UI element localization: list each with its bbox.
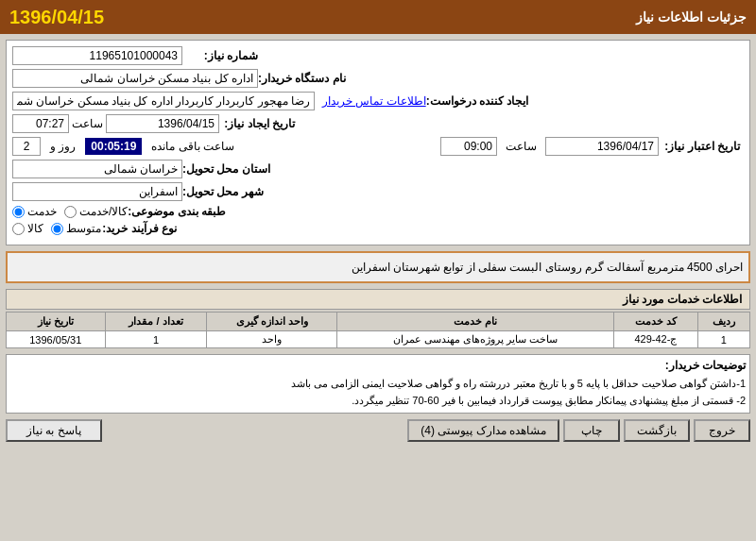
expiry-date-input	[545, 137, 659, 156]
exit-button[interactable]: خروج	[694, 419, 750, 442]
notes-line1: 1-داشتن گواهی صلاحیت حداقل با پایه 5 و ب…	[10, 376, 746, 393]
cell-service_code: ج-42-429	[614, 331, 698, 348]
category-goods-item: کالا/خدمت	[64, 205, 128, 218]
timer-display: 00:05:19	[85, 138, 142, 155]
print-button[interactable]: چاپ	[563, 419, 620, 442]
page-title: جزئیات اطلاعات نیاز	[636, 9, 747, 25]
creation-date-label: تاریخ ایجاد نیاز:	[219, 117, 295, 130]
category-label: طبقه بندی موضوعی:	[128, 205, 226, 218]
cell-count: 1	[105, 331, 207, 348]
process-radio-group: متوسط کالا	[12, 222, 101, 235]
creator-label: ایجاد کننده درخواست:	[426, 94, 529, 108]
city-input	[12, 182, 182, 201]
view-attachments-button[interactable]: مشاهده مدارک پیوستی (4)	[407, 419, 559, 442]
expiry-time-input	[440, 137, 497, 156]
creation-date-input	[106, 114, 219, 133]
cell-service_name: ساخت سایر پروژه‌های مهندسی عمران	[337, 331, 614, 348]
need-number-label: شماره نیاز:	[182, 49, 258, 62]
province-input	[12, 160, 182, 178]
reply-button[interactable]: پاسخ به نیاز	[6, 419, 102, 442]
services-table: ردیف کد خدمت نام خدمت واحد اندازه گیری ت…	[6, 312, 750, 348]
cell-row: 1	[697, 331, 749, 348]
notes-box: توضیحات خریدار: 1-داشتن گواهی صلاحیت حدا…	[6, 354, 750, 414]
timer-suffix: ساعت باقی مانده	[151, 140, 234, 153]
timer-days-input	[12, 137, 41, 156]
requester-input	[12, 69, 258, 88]
col-row: ردیف	[697, 313, 749, 331]
col-need-date: تاریخ نیاز	[7, 313, 106, 331]
process-label: نوع فرآیند خرید:	[101, 222, 177, 235]
process-medium-radio[interactable]	[51, 223, 63, 235]
category-goods-label: کالا/خدمت	[79, 205, 128, 218]
description-box: احرای 4500 مترمربع آسفالت گرم روستای الب…	[6, 251, 750, 283]
need-number-input	[12, 46, 182, 65]
category-radio-group: کالا/خدمت خدمت	[12, 205, 128, 218]
description-text: احرای 4500 مترمربع آسفالت گرم روستای الب…	[352, 261, 743, 274]
col-count: تعداد / مقدار	[105, 313, 207, 331]
col-service-code: کد خدمت	[614, 313, 698, 331]
requester-label: نام دستگاه خریدار:	[258, 72, 346, 85]
notes-line2: 2- قسمتی از مبلغ پیشنهادی پیمانکار مطابق…	[10, 393, 746, 410]
cell-need_date: 1396/05/31	[7, 331, 106, 348]
back-button[interactable]: بازگشت	[624, 419, 690, 442]
table-row: 1ج-42-429ساخت سایر پروژه‌های مهندسی عمرا…	[7, 331, 750, 348]
services-section-title: اطلاعات خدمات مورد نیاز	[6, 289, 750, 310]
expiry-date-label: تاریخ اعتبار نیاز:	[664, 140, 740, 153]
col-service-name: نام خدمت	[337, 313, 614, 331]
expiry-time-label: ساعت	[506, 140, 537, 153]
city-label: شهر محل تحویل:	[182, 185, 264, 198]
process-small-radio[interactable]	[12, 223, 25, 235]
province-label: استان محل تحویل:	[182, 162, 270, 176]
timer-days-label: روز و	[50, 140, 76, 153]
notes-label: توضیحات خریدار:	[10, 359, 746, 372]
process-small-item: کالا	[12, 222, 43, 235]
contact-link[interactable]: اطلاعات تماس خریدار	[322, 94, 426, 108]
bottom-buttons: خروج بازگشت چاپ مشاهده مدارک پیوستی (4) …	[6, 419, 750, 442]
creation-time-input	[12, 114, 69, 133]
category-goods-radio[interactable]	[64, 206, 77, 218]
creator-input	[12, 92, 315, 110]
creation-time-label: ساعت	[72, 117, 103, 130]
cell-unit_org: واحد	[207, 331, 337, 348]
process-medium-item: متوسط	[51, 222, 101, 235]
header-date: 1396/04/15	[9, 7, 104, 28]
category-service-label: خدمت	[27, 205, 57, 218]
process-small-label: کالا	[27, 222, 43, 235]
category-service-radio[interactable]	[12, 206, 25, 218]
process-medium-label: متوسط	[66, 222, 101, 235]
col-unit-org: واحد اندازه گیری	[207, 313, 337, 331]
left-buttons: خروج بازگشت چاپ مشاهده مدارک پیوستی (4)	[407, 419, 750, 442]
category-service-item: خدمت	[12, 205, 57, 218]
